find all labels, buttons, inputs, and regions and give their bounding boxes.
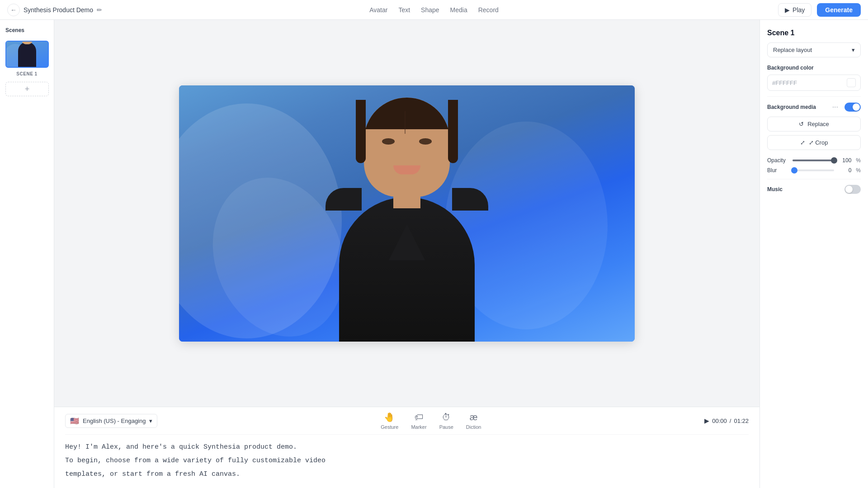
toggle-knob — [853, 103, 860, 111]
marker-icon: 🏷 — [415, 412, 424, 422]
center-area: 🇺🇸 English (US) - Engaging ▾ 🤚 Gesture 🏷… — [54, 20, 760, 488]
time-separator: / — [730, 418, 731, 424]
replace-layout-label: Replace layout — [773, 47, 812, 53]
avatar-container — [298, 89, 515, 342]
script-line-2: To begin, choose from a wide variety of … — [65, 455, 749, 466]
bg-media-toggle[interactable] — [844, 103, 861, 112]
opacity-thumb[interactable] — [831, 157, 837, 164]
blur-thumb[interactable] — [791, 167, 797, 174]
diction-icon: æ — [470, 412, 478, 422]
bg-media-title: Background media — [767, 104, 816, 110]
scenes-title: Scenes — [5, 27, 48, 33]
scene-1-thumbnail[interactable] — [5, 41, 49, 68]
controls-row1: 🇺🇸 English (US) - Engaging ▾ 🤚 Gesture 🏷… — [65, 407, 749, 435]
opacity-fill — [793, 160, 834, 161]
diction-label: Diction — [466, 424, 481, 430]
nav-text[interactable]: Text — [398, 6, 410, 14]
blur-row: Blur 0 % — [767, 167, 861, 174]
divider-1 — [767, 96, 861, 97]
play-button[interactable]: ▶ Play — [778, 3, 811, 17]
video-canvas[interactable] — [179, 85, 635, 342]
add-scene-button[interactable]: + — [5, 82, 49, 96]
language-label: English (US) - Engaging — [83, 418, 146, 424]
replace-layout-button[interactable]: Replace layout ▾ — [767, 42, 861, 57]
nav-record[interactable]: Record — [478, 6, 499, 14]
opacity-row: Opacity 100 % — [767, 157, 861, 164]
avatar-hair-part — [405, 111, 406, 134]
avatar-eye-right — [419, 138, 432, 145]
time-total: 01:22 — [734, 418, 749, 424]
pause-label: Pause — [439, 424, 453, 430]
project-title: Synthesis Product Demo — [24, 6, 93, 14]
pause-icon: ⏱ — [442, 412, 451, 422]
opacity-track[interactable] — [793, 160, 834, 161]
more-options-button[interactable]: ··· — [830, 102, 841, 112]
bottom-controls: 🇺🇸 English (US) - Engaging ▾ 🤚 Gesture 🏷… — [54, 407, 760, 488]
replace-media-button[interactable]: ↺ Replace — [767, 117, 861, 131]
right-panel: Scene 1 Replace layout ▾ Background colo… — [760, 20, 868, 488]
blur-label: Blur — [767, 167, 788, 174]
control-buttons: 🤚 Gesture 🏷 Marker ⏱ Pause æ Diction — [381, 412, 481, 430]
media-actions: ↺ Replace ⤢ ⤢ Crop — [767, 117, 861, 154]
gesture-button[interactable]: 🤚 Gesture — [381, 412, 398, 430]
nav-media[interactable]: Media — [450, 6, 467, 14]
marker-label: Marker — [411, 424, 426, 430]
bg-color-label: Background color — [767, 65, 861, 71]
edit-title-icon[interactable]: ✏ — [97, 6, 102, 14]
avatar-mouth — [393, 165, 420, 174]
avatar-hair-top — [364, 98, 450, 129]
bg-media-controls: ··· — [830, 102, 861, 112]
scenes-panel: Scenes SCENE 1 + — [0, 20, 54, 488]
avatar-figure — [298, 89, 515, 342]
replace-icon: ↺ — [799, 121, 804, 127]
opacity-label: Opacity — [767, 157, 788, 164]
music-toggle-knob — [845, 186, 853, 193]
bg-color-value: #FFFFFF — [772, 80, 843, 86]
script-area[interactable]: Hey! I'm Alex, and here's a quick Synthe… — [65, 435, 749, 488]
us-flag-icon: 🇺🇸 — [70, 417, 79, 425]
chevron-down-layout-icon: ▾ — [852, 47, 855, 53]
music-toggle[interactable] — [844, 185, 861, 194]
music-label: Music — [767, 186, 783, 192]
bg-color-input-row[interactable]: #FFFFFF — [767, 75, 861, 91]
script-text: Hey! I'm Alex, and here's a quick Synthe… — [65, 442, 749, 480]
bg-color-swatch[interactable] — [847, 78, 856, 87]
crop-media-button[interactable]: ⤢ ⤢ Crop — [767, 135, 861, 150]
nav-avatar[interactable]: Avatar — [369, 6, 387, 14]
blur-value: 0 — [839, 167, 851, 174]
generate-button[interactable]: Generate — [817, 3, 861, 17]
diction-button[interactable]: æ Diction — [466, 412, 481, 430]
topbar: ← Synthesis Product Demo ✏ Avatar Text S… — [0, 0, 868, 20]
play-label: Play — [793, 6, 805, 14]
scene-bg — [6, 42, 48, 67]
nav-shape[interactable]: Shape — [421, 6, 439, 14]
marker-button[interactable]: 🏷 Marker — [411, 412, 426, 430]
avatar-eye-left — [382, 138, 395, 145]
scene-avatar-body — [18, 42, 36, 67]
music-section-header: Music — [767, 185, 861, 194]
back-button[interactable]: ← — [7, 4, 20, 16]
avatar-shoulder-left — [326, 188, 362, 211]
script-line-1: Hey! I'm Alex, and here's a quick Synthe… — [65, 442, 749, 453]
scene-1-label: SCENE 1 — [16, 71, 37, 76]
avatar-outfit — [339, 197, 475, 342]
divider-2 — [767, 179, 861, 179]
avatar-head — [364, 98, 450, 197]
topbar-left: ← Synthesis Product Demo ✏ — [7, 4, 102, 16]
opacity-value: 100 — [839, 157, 851, 164]
avatar-hair-left — [356, 100, 366, 163]
pause-button[interactable]: ⏱ Pause — [439, 412, 453, 430]
crop-label: ⤢ Crop — [809, 139, 828, 146]
panel-scene-title: Scene 1 — [767, 29, 861, 37]
replace-label: Replace — [807, 121, 829, 127]
time-current: 00:00 — [712, 418, 727, 424]
language-selector[interactable]: 🇺🇸 English (US) - Engaging ▾ — [65, 414, 157, 428]
blur-track[interactable] — [793, 169, 834, 171]
topbar-right: ▶ Play Generate — [778, 3, 861, 17]
avatar-shoulder-right — [452, 188, 488, 211]
blur-unit: % — [856, 167, 861, 174]
crop-icon: ⤢ — [800, 139, 805, 146]
chevron-down-icon: ▾ — [149, 418, 152, 424]
avatar-full — [321, 89, 493, 342]
play-sm-icon[interactable]: ▶ — [704, 417, 709, 424]
